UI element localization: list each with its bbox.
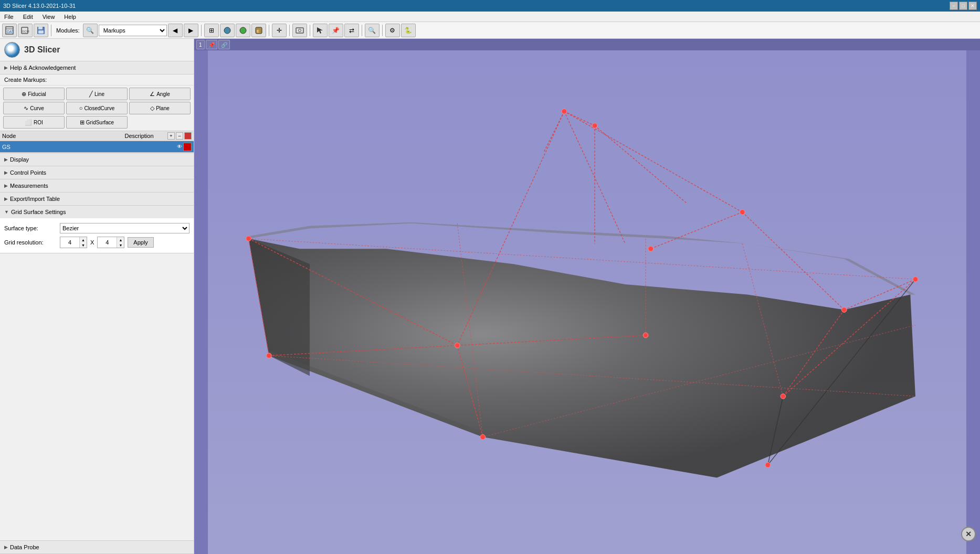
plane-button[interactable]: ◇ Plane (129, 102, 191, 114)
zoom-button[interactable]: 🔍 (365, 24, 380, 37)
menu-help[interactable]: Help (62, 13, 78, 21)
svg-point-56 (781, 394, 786, 399)
svg-point-53 (480, 434, 486, 440)
place-button[interactable]: 📌 (329, 24, 343, 37)
svg-point-48 (913, 277, 918, 282)
minimize-button[interactable]: – (950, 2, 958, 10)
mouse-mode-btn[interactable] (313, 24, 328, 37)
surface-type-select[interactable]: Bezier Linear (60, 223, 189, 233)
line-button[interactable]: ╱ Line (66, 88, 128, 100)
grid-resolution-label: Grid resolution: (4, 239, 57, 246)
layout-button[interactable]: ⊞ (204, 24, 219, 37)
screenshot-button[interactable] (292, 24, 307, 37)
settings-button[interactable]: ⚙ (385, 24, 400, 37)
nav-back-button[interactable]: ◀ (168, 24, 183, 37)
svg-point-51 (455, 343, 460, 348)
measurements-header[interactable]: ▶ Measurements (0, 179, 194, 192)
separator-6 (362, 25, 362, 36)
display-section: ▶ Display (0, 153, 194, 166)
measurements-section: ▶ Measurements (0, 179, 194, 193)
table-add-btn[interactable]: + (167, 132, 175, 140)
grid-surface-settings-label: Grid Surface Settings (11, 209, 66, 215)
menu-edit[interactable]: Edit (21, 13, 35, 21)
fiducial-label: Fiducial (28, 91, 46, 97)
maximize-button[interactable]: □ (959, 2, 967, 10)
table-actions: + – (167, 132, 192, 140)
python-button[interactable]: 🐍 (401, 24, 416, 37)
volume-rendering-button[interactable] (220, 24, 235, 37)
nav-forward-button[interactable]: ▶ (184, 24, 198, 37)
transform-button[interactable]: ⇄ (344, 24, 359, 37)
roi-button[interactable]: ⬜ ROI (3, 116, 65, 129)
grid-res-x-up[interactable]: ▲ (80, 237, 87, 242)
desc-col-header: Description (113, 133, 165, 139)
table-row[interactable]: GS 👁 (0, 141, 194, 153)
grid-res-y-input[interactable]: 4 (98, 237, 117, 248)
separator-4 (289, 25, 290, 36)
svg-point-49 (648, 246, 654, 251)
table-color-btn[interactable] (184, 132, 192, 140)
extension-button[interactable]: E (251, 24, 266, 37)
close-button[interactable]: ✕ (968, 2, 977, 10)
link-button[interactable]: 🔗 (218, 40, 230, 49)
export-import-arrow-icon: ▶ (4, 196, 8, 201)
modules-select[interactable]: Markups (99, 25, 167, 36)
node-color-swatch[interactable] (183, 143, 192, 151)
gridsurface-button[interactable]: ⊞ GridSurface (66, 116, 128, 129)
line-label: Line (94, 91, 104, 97)
crosshair-button[interactable]: ✛ (272, 24, 287, 37)
control-points-label: Control Points (10, 169, 46, 176)
help-label: Help & Acknowledgement (10, 65, 76, 71)
svg-rect-7 (38, 30, 44, 34)
grid-res-y-arrows: ▲ ▼ (117, 237, 124, 248)
svg-point-46 (592, 123, 597, 129)
svg-point-9 (240, 27, 246, 34)
control-points-header[interactable]: ▶ Control Points (0, 166, 194, 179)
viewport-close-button[interactable]: ✕ (961, 527, 976, 541)
help-arrow-icon: ▶ (4, 65, 8, 70)
display-header[interactable]: ▶ Display (0, 153, 194, 166)
export-import-header[interactable]: ▶ Export/Import Table (0, 193, 194, 205)
gridsurface-label: GridSurface (86, 120, 114, 125)
menu-file[interactable]: File (2, 13, 16, 21)
svg-point-47 (740, 210, 745, 215)
svg-text:E: E (257, 29, 259, 34)
separator-1 (51, 25, 51, 36)
apply-button[interactable]: Apply (128, 237, 154, 248)
fiducial-button[interactable]: ⊕ Fiducial (3, 88, 65, 100)
curve-button[interactable]: ∿ Curve (3, 102, 65, 114)
closedcurve-label: ClosedCurve (84, 105, 114, 111)
grid-res-y-spinner[interactable]: 4 ▲ ▼ (97, 237, 124, 248)
svg-point-50 (246, 236, 251, 241)
grid-res-x-down[interactable]: ▼ (80, 242, 87, 248)
data-probe-label: Data Probe (10, 544, 39, 550)
data-button[interactable]: DATA (2, 24, 17, 37)
gridsurface-icon: ⊞ (80, 119, 85, 126)
data-probe-header[interactable]: ▶ Data Probe (0, 541, 194, 553)
grid-surface-settings-header[interactable]: ▼ Grid Surface Settings (0, 206, 194, 218)
grid-res-x-spinner[interactable]: 4 ▲ ▼ (60, 237, 87, 248)
data-probe-section: ▶ Data Probe (0, 540, 194, 554)
save-button[interactable] (34, 24, 48, 37)
dcm-button[interactable]: DCM (18, 24, 33, 37)
table-remove-btn[interactable]: – (176, 132, 183, 140)
grid-res-y-down[interactable]: ▼ (117, 242, 124, 248)
search-modules-button[interactable]: 🔍 (83, 24, 98, 37)
pin-button[interactable]: 📌 (206, 40, 217, 49)
angle-button[interactable]: ∠ Angle (129, 88, 191, 100)
line-icon: ╱ (89, 91, 93, 98)
scene-button[interactable] (236, 24, 250, 37)
closedcurve-button[interactable]: ○ ClosedCurve (66, 102, 128, 114)
svg-point-57 (765, 462, 771, 467)
menu-view[interactable]: View (40, 13, 57, 21)
help-header[interactable]: ▶ Help & Acknowledgement (0, 61, 194, 74)
measurements-label: Measurements (10, 183, 48, 189)
grid-res-x-input[interactable]: 4 (60, 237, 79, 248)
fiducial-icon: ⊕ (22, 91, 26, 98)
visibility-icon[interactable]: 👁 (177, 144, 182, 150)
left-panel: 3D Slicer ▶ Help & Acknowledgement Creat… (0, 39, 194, 554)
plane-icon: ◇ (150, 105, 154, 112)
roi-label: ROI (34, 120, 43, 125)
grid-res-y-up[interactable]: ▲ (117, 237, 124, 242)
export-import-label: Export/Import Table (10, 196, 60, 202)
